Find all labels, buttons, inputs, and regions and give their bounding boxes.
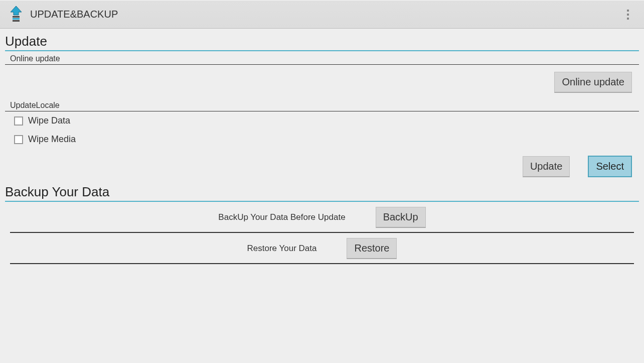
update-locale-label: UpdateLocale <box>5 98 639 111</box>
update-section-title: Update <box>5 32 639 49</box>
wipe-data-label: Wipe Data <box>28 115 70 126</box>
wipe-media-row[interactable]: Wipe Media <box>5 130 639 149</box>
app-icon <box>6 5 26 25</box>
wipe-media-checkbox[interactable] <box>14 135 23 144</box>
app-title: UPDATE&BACKUP <box>30 9 118 20</box>
online-update-button[interactable]: Online update <box>554 72 632 93</box>
wipe-data-row[interactable]: Wipe Data <box>5 111 639 130</box>
update-button[interactable]: Update <box>523 156 570 177</box>
svg-rect-2 <box>13 18 20 20</box>
svg-marker-0 <box>11 6 22 15</box>
action-bar: UPDATE&BACKUP <box>0 0 644 29</box>
overflow-menu-icon[interactable] <box>618 5 638 25</box>
backup-before-update-label: BackUp Your Data Before Update <box>218 212 345 222</box>
wipe-data-checkbox[interactable] <box>14 116 23 126</box>
backup-button[interactable]: BackUp <box>376 207 426 228</box>
online-update-label: Online update <box>5 51 639 64</box>
wipe-media-label: Wipe Media <box>28 134 76 145</box>
backup-section-title: Backup Your Data <box>5 182 639 200</box>
svg-rect-3 <box>13 20 20 22</box>
restore-button[interactable]: Restore <box>347 238 397 259</box>
svg-rect-1 <box>13 16 20 18</box>
divider <box>10 263 634 264</box>
restore-label: Restore Your Data <box>247 244 317 254</box>
select-button[interactable]: Select <box>588 156 632 177</box>
